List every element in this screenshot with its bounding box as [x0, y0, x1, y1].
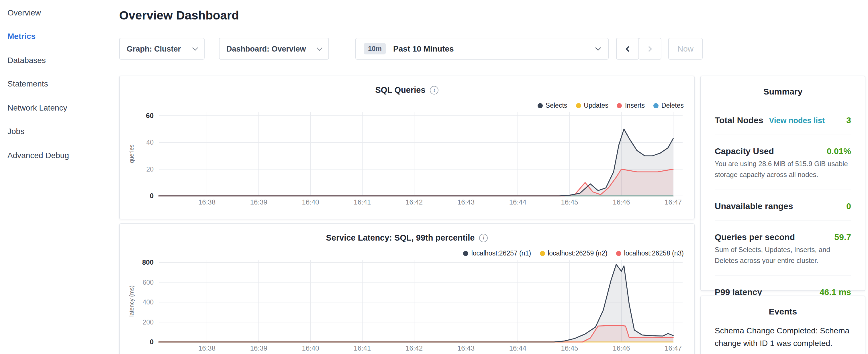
y-tick-label: 40: [146, 139, 154, 146]
x-tick-label: 16:46: [613, 198, 630, 206]
y-tick-label: 600: [143, 279, 154, 286]
legend-dot-icon: [539, 251, 545, 256]
y-tick-label: 200: [143, 319, 154, 326]
summary-row-capacity-used: Capacity Used 0.01% You are using 28.6 M…: [715, 135, 851, 190]
x-tick-label: 16:46: [613, 344, 630, 352]
event-item[interactable]: Schema Change Completed: Schema change w…: [715, 324, 851, 354]
legend-item: localhost:26258 (n3): [616, 250, 684, 257]
view-nodes-list-link[interactable]: View nodes list: [769, 116, 825, 125]
sidebar-item-statements[interactable]: Statements: [7, 72, 109, 96]
chart-title: Service Latency: SQL, 99th percentile: [326, 233, 475, 242]
service-latency-chart[interactable]: 16:3816:3916:4016:4116:4216:4316:4416:45…: [120, 224, 694, 354]
sidebar-item-jobs[interactable]: Jobs: [7, 120, 109, 143]
summary-row-queries-per-second: Queries per second 59.7 Sum of Selects, …: [715, 221, 851, 276]
legend-label: Selects: [546, 102, 567, 109]
x-tick-label: 16:38: [198, 198, 216, 206]
y-tick-label: 0: [150, 192, 154, 200]
x-tick-label: 16:44: [509, 198, 526, 206]
unavailable-ranges-label: Unavailable ranges: [715, 201, 793, 211]
sql-queries-chart[interactable]: 16:3816:3916:4016:4116:4216:4316:4416:45…: [120, 76, 694, 219]
chart-title: SQL Queries: [375, 85, 425, 95]
legend-label: localhost:26259 (n2): [548, 250, 607, 257]
x-tick-label: 16:43: [457, 198, 474, 206]
sidebar-item-overview[interactable]: Overview: [7, 1, 109, 24]
legend-dot-icon: [537, 103, 543, 108]
sidebar: Overview Metrics Databases Statements Ne…: [0, 0, 109, 167]
x-tick-label: 16:45: [561, 198, 578, 206]
info-icon[interactable]: i: [430, 86, 439, 94]
total-nodes-value: 3: [846, 115, 851, 125]
legend-label: Inserts: [625, 102, 645, 109]
y-tick-label: 400: [143, 298, 154, 306]
y-axis-label: queries: [128, 144, 135, 163]
summary-row-total-nodes: Total Nodes View nodes list 3: [715, 104, 851, 135]
chevron-down-icon: [317, 45, 322, 51]
queries-per-second-note: Sum of Selects, Updates, Inserts, and De…: [715, 245, 851, 266]
x-tick-label: 16:45: [561, 344, 578, 352]
sidebar-item-advanced-debug[interactable]: Advanced Debug: [7, 143, 109, 167]
chevron-right-icon: [646, 46, 652, 52]
overview-dashboard-page: Overview Metrics Databases Statements Ne…: [0, 0, 868, 354]
info-icon[interactable]: i: [479, 233, 488, 242]
x-tick-label: 16:43: [457, 344, 474, 352]
chevron-down-icon: [192, 45, 198, 51]
legend-dot-icon: [576, 103, 581, 108]
legend-label: Deletes: [661, 102, 684, 109]
graph-scope-dropdown[interactable]: Graph: Cluster: [119, 38, 205, 60]
legend-label: localhost:26258 (n3): [624, 250, 684, 257]
x-tick-label: 16:42: [405, 344, 423, 352]
time-window-previous-button[interactable]: [616, 38, 639, 60]
summary-panel-title: Summary: [715, 87, 851, 96]
x-tick-label: 16:40: [302, 344, 319, 352]
x-tick-label: 16:38: [198, 344, 216, 352]
x-tick-label: 16:39: [250, 344, 267, 352]
sidebar-item-network-latency[interactable]: Network Latency: [7, 96, 109, 120]
legend-label: Updates: [584, 102, 608, 109]
capacity-used-value: 0.01%: [827, 146, 851, 156]
series-line: [159, 129, 673, 196]
chart-header: Service Latency: SQL, 99th percentile i: [120, 233, 694, 242]
time-window-badge: 10m: [364, 43, 386, 55]
chart-legend: localhost:26257 (n1)localhost:26259 (n2)…: [463, 250, 684, 257]
queries-per-second-value: 59.7: [834, 232, 851, 242]
legend-dot-icon: [617, 103, 622, 108]
chevron-down-icon: [595, 45, 601, 51]
x-tick-label: 16:39: [250, 198, 267, 206]
unavailable-ranges-value: 0: [846, 201, 851, 211]
legend-dot-icon: [616, 251, 621, 256]
graph-scope-dropdown-label: Graph: Cluster: [127, 44, 181, 53]
events-panel: Events Schema Change Completed: Schema c…: [700, 296, 865, 354]
x-tick-label: 16:41: [353, 344, 371, 352]
x-tick-label: 16:42: [405, 198, 423, 206]
x-tick-label: 16:40: [302, 198, 319, 206]
y-tick-label: 800: [142, 258, 154, 266]
summary-panel: Summary Total Nodes View nodes list 3 Ca…: [700, 75, 865, 291]
legend-item: Updates: [576, 102, 608, 109]
now-button[interactable]: Now: [668, 38, 703, 60]
sidebar-item-databases[interactable]: Databases: [7, 48, 109, 72]
total-nodes-label: Total Nodes: [715, 115, 763, 125]
time-window-next-button[interactable]: [639, 38, 661, 60]
dashboard-dropdown[interactable]: Dashboard: Overview: [219, 38, 329, 60]
y-tick-label: 60: [146, 112, 154, 120]
series-area: [159, 264, 673, 342]
sidebar-item-metrics[interactable]: Metrics: [7, 24, 109, 48]
legend-item: localhost:26257 (n1): [463, 250, 531, 257]
x-tick-label: 16:47: [664, 198, 682, 206]
legend-item: localhost:26259 (n2): [539, 250, 607, 257]
events-panel-title: Events: [715, 307, 851, 316]
time-window-dropdown[interactable]: 10m Past 10 Minutes: [355, 38, 609, 60]
legend-dot-icon: [653, 103, 658, 108]
chevron-left-icon: [626, 46, 631, 52]
dashboard-dropdown-label: Dashboard: Overview: [226, 44, 306, 53]
sql-queries-chart-card: SQL Queries i SelectsUpdatesInsertsDelet…: [119, 75, 694, 219]
capacity-used-note: You are using 28.6 MiB of 515.9 GiB usab…: [715, 159, 851, 180]
legend-item: Inserts: [617, 102, 645, 109]
legend-label: localhost:26257 (n1): [471, 250, 531, 257]
x-tick-label: 16:47: [664, 344, 682, 352]
legend-dot-icon: [463, 251, 468, 256]
y-tick-label: 20: [146, 165, 154, 173]
y-axis-label: latency (ms): [128, 286, 135, 317]
series-area: [159, 129, 673, 196]
legend-item: Deletes: [653, 102, 684, 109]
